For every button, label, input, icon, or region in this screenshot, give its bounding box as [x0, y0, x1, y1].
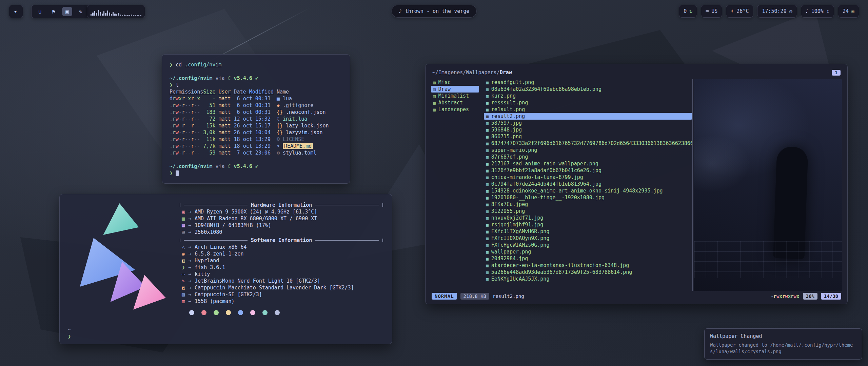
- file-name: stylua.toml: [283, 150, 316, 156]
- palette-dot: [238, 310, 243, 315]
- arrow-icon: →: [188, 298, 191, 304]
- file-list-item[interactable]: ▦chica-mirando-la-luna-8799.jpg: [484, 174, 692, 181]
- file-list-item[interactable]: ▦20492984.jpg: [484, 255, 692, 262]
- module-weather[interactable]: ☀26°C: [726, 5, 753, 18]
- file-list-item[interactable]: ▦3126f7e9bbf21a8a4af0b67b041c6e26.jpg: [484, 167, 692, 174]
- file-date: 18 oct 13:29: [234, 143, 274, 149]
- image-file-icon: ▦: [486, 243, 489, 248]
- sidebar-folder-draw[interactable]: ▤Draw: [431, 86, 479, 93]
- folder-name: Draw: [438, 86, 451, 92]
- file-name: .gitignore: [283, 102, 313, 108]
- image-file-icon: ▦: [486, 195, 489, 200]
- perm-char: -: [197, 136, 200, 142]
- file-owner: matt: [218, 96, 231, 102]
- dock-item-flag[interactable]: ⚑: [48, 7, 59, 16]
- file-list-name: resssult.png: [491, 100, 528, 106]
- file-list-item[interactable]: ▦0c794faf07de24a4db4d4fb1eb813964.jpg: [484, 181, 692, 187]
- files-icon: ▣: [65, 8, 69, 15]
- launcher-icon: ➤: [13, 8, 19, 15]
- visualizer-bar: [105, 13, 106, 16]
- file-list-item[interactable]: ▦EeNKYgIUcAAJ5JX.png: [484, 276, 692, 282]
- fetch-terminal-window[interactable]: Hardware Information ▣→AMD Ryzen 9 5900X…: [59, 194, 392, 344]
- file-list-name: chica-mirando-la-luna-8799.jpg: [491, 174, 583, 180]
- hardware-rows: ▣→AMD Ryzen 9 5900X (24) @ 4.9GHz [61.3°…: [180, 208, 383, 236]
- file-list-item[interactable]: ▦rsjqojlmjhf91.jpg: [484, 221, 692, 228]
- file-row: .rw-r--r--3,0kmatt26 oct 10:04{}lazyvim.…: [170, 129, 342, 136]
- file-list-item[interactable]: ▦596848.jpg: [484, 126, 692, 133]
- sidebar-folder-landscapes[interactable]: ▤Landscapes: [431, 106, 479, 113]
- perm-char: r: [182, 116, 185, 122]
- nvim-terminal-window[interactable]: ❯cd.config/nvim ~/.config/nvimvia☾v5.4.6…: [162, 54, 350, 184]
- file-list-item[interactable]: ▦super-mario.png: [484, 147, 692, 154]
- terminal-input-line[interactable]: ❯: [170, 170, 342, 177]
- file-list-item[interactable]: ▦kurz.png: [484, 93, 692, 99]
- file-list-item[interactable]: ▦154928-odinokoe_anime-art-anime-okno-si…: [484, 187, 692, 194]
- folder-icon: ▤: [433, 80, 436, 85]
- dock: ∪⚑▣✎: [31, 5, 90, 18]
- music-icon: ♪: [399, 8, 402, 14]
- image-file-icon: ▦: [486, 216, 489, 221]
- perm-char: -: [185, 143, 188, 149]
- visualizer-bar: [109, 13, 110, 16]
- file-list-name: re1sult.png: [491, 106, 525, 113]
- file-list-name: FXfcJlTXgAMvH6R.png: [491, 228, 550, 235]
- ls-header: User: [218, 89, 231, 95]
- file-list-item[interactable]: ▦8FKa7Cu.jpeg: [484, 201, 692, 208]
- file-list-name: FXfcII0X0AQyn9X.png: [491, 235, 550, 241]
- music-widget[interactable]: ♪ thrown - on the verge: [392, 5, 477, 18]
- module-notifications[interactable]: 24✉: [838, 5, 859, 18]
- file-list-item[interactable]: ▦217167-sad-anime-rain-wallpaper.png: [484, 160, 692, 167]
- check-icon: ✔: [255, 163, 258, 169]
- file-list-item[interactable]: ▦5a266e448add93deab367d87173e9f25-683788…: [484, 269, 692, 276]
- module-updates[interactable]: 0↻: [679, 5, 697, 18]
- file-list-item[interactable]: ▦ressdfgult.png: [484, 79, 692, 86]
- visualizer-bar: [98, 10, 99, 16]
- file-manager-window[interactable]: ~/Imagenes/Wallpapers/Draw 1 ▤Misc▤Draw▤…: [425, 64, 848, 304]
- file-list-item[interactable]: ▦FXfcHgcWIAMzs0G.png: [484, 242, 692, 248]
- wm-icon: ◧: [182, 258, 185, 264]
- file-list-item[interactable]: ▦587597.jpg: [484, 120, 692, 126]
- file-list-item[interactable]: ▦atardecer-en-la-montanas-ilustracion-63…: [484, 262, 692, 269]
- file-list-item[interactable]: ▦866715.png: [484, 133, 692, 140]
- perm-char: -: [185, 123, 188, 129]
- file-list-item[interactable]: ▦FXfcJlTXgAMvH6R.png: [484, 228, 692, 235]
- sidebar-folder-minimalist[interactable]: ▤Minimalist: [431, 93, 479, 99]
- terminal-input-line[interactable]: ~ ❯: [68, 326, 71, 340]
- file-permissions: .rw-r--r--: [170, 136, 200, 142]
- file-list-item[interactable]: ▦68747470733a2f2f696d616765732d7769786d7…: [484, 140, 692, 147]
- perm-char: r: [191, 143, 194, 149]
- prompt-icon: ❯: [170, 62, 173, 68]
- image-file-icon: ▦: [486, 121, 489, 126]
- file-list-item[interactable]: ▦08a634fa02a32364f69ebc86a98eb1eb.png: [484, 86, 692, 93]
- perm-char: -: [179, 116, 182, 122]
- image-file-icon: ▦: [486, 148, 489, 153]
- current-directory: ~: [68, 326, 71, 333]
- file-list-item[interactable]: ▦resssult.png: [484, 99, 692, 106]
- file-list-item[interactable]: ▦FXfcII0X0AQyn9X.png: [484, 235, 692, 242]
- perm-char: -: [197, 102, 200, 108]
- file-list-item[interactable]: ▦result2.png: [484, 113, 692, 120]
- file-list-item[interactable]: ▦nnvuv0xj2df71.jpg: [484, 215, 692, 221]
- perm-char: -: [188, 143, 191, 149]
- module-volume[interactable]: ♪100%↥: [801, 5, 834, 18]
- dock-item-paint[interactable]: ✎: [76, 7, 86, 16]
- notification-popup[interactable]: Wallpaper Changed Wallpaper changed to /…: [704, 328, 862, 360]
- file-name-cell: {}.neoconf.json: [277, 109, 342, 115]
- dock-item-magnet[interactable]: ∪: [35, 7, 45, 16]
- file-list-item[interactable]: ▦re1sult.png: [484, 106, 692, 113]
- file-list-item[interactable]: ▦19201080-__blue-tinge__-1920×1080.jpg: [484, 194, 692, 201]
- file-list-item[interactable]: ▦87r687df.png: [484, 154, 692, 160]
- sidebar-folder-misc[interactable]: ▤Misc: [431, 79, 479, 86]
- module-keyboard-layout[interactable]: ⌨US: [701, 5, 722, 18]
- dock-item-files[interactable]: ▣: [62, 7, 72, 16]
- icons-value: Catppuccin-SE [GTK2/3]: [195, 291, 262, 298]
- launcher-button[interactable]: ➤: [9, 5, 23, 18]
- sidebar-folder-abstract[interactable]: ▤Abstract: [431, 99, 479, 106]
- tab-badge[interactable]: 1: [832, 70, 841, 76]
- module-clock[interactable]: 17:50:29◷: [757, 5, 797, 18]
- file-size: 72: [203, 116, 215, 122]
- filetype-icon: ☾: [277, 116, 280, 122]
- file-list-item[interactable]: ▦wallpaper.png: [484, 248, 692, 255]
- file-list-item[interactable]: ▦3122955.png: [484, 208, 692, 215]
- folder-name: Misc: [438, 79, 451, 85]
